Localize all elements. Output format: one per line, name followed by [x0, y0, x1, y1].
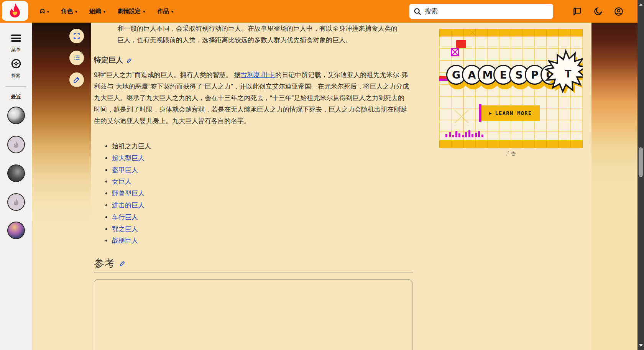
dark-mode-toggle[interactable] — [591, 5, 605, 18]
nav-label: 組織 — [90, 8, 101, 15]
scroll-down-arrow-icon[interactable] — [639, 344, 643, 347]
table-of-contents-button[interactable] — [69, 51, 84, 65]
link-grisha-yeager[interactable]: 古利夏·叶卡 — [241, 71, 276, 79]
edit-section-button[interactable] — [119, 260, 126, 267]
search-input[interactable] — [425, 8, 549, 15]
scrollbar-thumb[interactable] — [639, 147, 643, 177]
ad-bottom-bar — [439, 140, 583, 148]
titan-link[interactable]: 战槌巨人 — [112, 237, 138, 244]
menu-button[interactable]: 菜单 — [0, 33, 32, 53]
ad-label: 广告 — [439, 150, 583, 157]
nav-item-organizations[interactable]: 組織 ▾ — [90, 8, 106, 15]
ad-red-square — [456, 40, 466, 48]
recent-wiki-avatar-placeholder[interactable] — [7, 136, 25, 153]
section-title: 特定巨人 — [94, 55, 123, 65]
scroll-up-arrow-icon[interactable] — [639, 3, 643, 6]
paragraph-text: 9种“巨人之力”而造成的巨人。拥有人类的智慧。 据 — [94, 71, 241, 79]
play-arrow-icon: ▶ — [489, 111, 492, 116]
heading-rule — [94, 273, 413, 273]
list-item: 始祖之力巨人 — [112, 141, 151, 153]
page-scrollbar[interactable] — [637, 0, 644, 350]
ad-equalizer-bars — [445, 130, 483, 137]
hamburger-icon — [11, 33, 21, 43]
article-content: 和一般的巨人不同，会采取特别行动的巨人。在故事里登场的巨人中，有以全身冲撞来捕食… — [0, 23, 429, 350]
cta-label: LEARN MORE — [495, 110, 532, 116]
gamespot-ad-banner[interactable]: GAMESPO G A M E S P O T ▶ LEARN MORE — [439, 29, 583, 148]
chat-bubble-icon — [572, 7, 582, 16]
edit-section-button[interactable] — [127, 58, 132, 63]
nav-label: 作品 — [158, 8, 169, 15]
account-button[interactable] — [612, 5, 626, 18]
list-item: 超大型巨人 — [112, 153, 151, 164]
learn-more-button[interactable]: ▶ LEARN MORE — [481, 105, 540, 121]
section-heading-specific-titans: 特定巨人 — [94, 55, 132, 65]
list-item: 野兽型巨人 — [112, 188, 151, 200]
titan-link[interactable]: 野兽型巨人 — [112, 190, 145, 197]
gamespot-logo-starburst: T — [543, 47, 583, 93]
intro-text: 和一般的巨人不同，会采取特别行动的巨人。在故事里登场的巨人中，有以全身冲撞来捕食… — [117, 23, 402, 46]
paragraph: 9种“巨人之力”而造成的巨人。拥有人类的智慧。 据古利夏·叶卡的日记中所记载，艾… — [94, 69, 409, 127]
nav-item-ghost[interactable]: ᗣ ▾ — [40, 8, 49, 15]
list-item: 盔甲巨人 — [112, 164, 151, 176]
nav-item-characters[interactable]: 角色 ▾ — [61, 8, 77, 15]
top-navigation-bar: ᗣ ▾ 角色 ▾ 組織 ▾ 劇情設定 ▾ 作品 ▾ — [0, 0, 637, 23]
main-nav: ᗣ ▾ 角色 ▾ 組織 ▾ 劇情設定 ▾ 作品 ▾ — [40, 0, 173, 23]
nav-label: 劇情設定 — [118, 8, 141, 15]
nav-label: ᗣ — [40, 8, 44, 15]
recent-wiki-avatar[interactable] — [7, 222, 25, 239]
titan-link[interactable]: 车行巨人 — [112, 214, 138, 221]
titan-link[interactable]: 女巨人 — [112, 178, 131, 185]
flame-placeholder-icon — [12, 197, 21, 207]
section-heading-references: 参考 — [94, 256, 126, 270]
page-body: 菜单 探索 最近 和一般的巨人不同，会采取特别行动的巨人。在故事里登场的巨人中，… — [0, 23, 637, 350]
menu-label: 菜单 — [0, 47, 32, 53]
edit-page-button[interactable] — [69, 72, 84, 87]
nav-item-works[interactable]: 作品 ▾ — [158, 8, 174, 15]
titan-link[interactable]: 进击的巨人 — [112, 202, 145, 209]
edit-pencil-icon — [119, 260, 126, 267]
ad-crossed-box-icon — [451, 48, 459, 56]
chevron-down-icon: ▾ — [75, 10, 77, 14]
search-bar[interactable] — [409, 4, 553, 19]
titan-link[interactable]: 超大型巨人 — [112, 154, 145, 162]
background-artwork-right — [591, 23, 637, 350]
ad-x-decoration — [469, 30, 476, 36]
list-item: 进击的巨人 — [112, 200, 151, 212]
recent-wiki-avatar-placeholder[interactable] — [7, 193, 25, 211]
discussions-button[interactable] — [570, 5, 584, 18]
references-box — [94, 279, 412, 350]
titan-link[interactable]: 鄂之巨人 — [112, 225, 138, 233]
explore-button[interactable]: 探索 — [0, 58, 32, 79]
header-actions — [570, 0, 626, 23]
list-item: 鄂之巨人 — [112, 223, 151, 235]
global-rail: 菜单 探索 最近 — [0, 23, 32, 350]
list-item: 女巨人 — [112, 176, 151, 188]
recent-label: 最近 — [0, 94, 32, 100]
ad-x-decoration — [455, 110, 468, 123]
expand-view-button[interactable] — [69, 29, 84, 43]
chevron-down-icon: ▾ — [143, 10, 145, 14]
titan-link[interactable]: 盔甲巨人 — [112, 166, 138, 174]
list-icon — [73, 54, 80, 62]
flame-placeholder-icon — [12, 140, 21, 149]
chevron-down-icon: ▾ — [47, 10, 49, 14]
fandom-logo[interactable] — [2, 1, 28, 21]
fandom-flame-icon — [7, 2, 23, 20]
recent-wiki-avatar[interactable] — [7, 164, 25, 182]
explore-label: 探索 — [0, 72, 32, 79]
nav-label: 角色 — [61, 8, 73, 15]
rail-divider — [5, 86, 26, 87]
references-title: 参考 — [94, 256, 115, 270]
edit-pencil-icon — [127, 58, 132, 63]
list-item: 车行巨人 — [112, 212, 151, 223]
logo-letter-burst: T — [548, 54, 583, 94]
nav-item-plot-setting[interactable]: 劇情設定 ▾ — [118, 8, 145, 15]
chevron-down-icon: ▾ — [104, 10, 106, 14]
chevron-down-icon: ▾ — [171, 10, 174, 14]
titan-name: 始祖之力巨人 — [112, 143, 151, 150]
paragraph-text: 的日记中所记载，艾尔迪亚人的祖先尤米尔·弗利兹与“大地的恶魔”签下契约而获得了“… — [94, 71, 409, 125]
moon-icon — [593, 7, 603, 16]
titan-list: 始祖之力巨人 超大型巨人 盔甲巨人 女巨人 野兽型巨人 进击的巨人 车行巨人 鄂… — [94, 141, 151, 247]
compass-icon — [11, 64, 21, 70]
recent-wiki-avatar[interactable] — [7, 107, 25, 124]
